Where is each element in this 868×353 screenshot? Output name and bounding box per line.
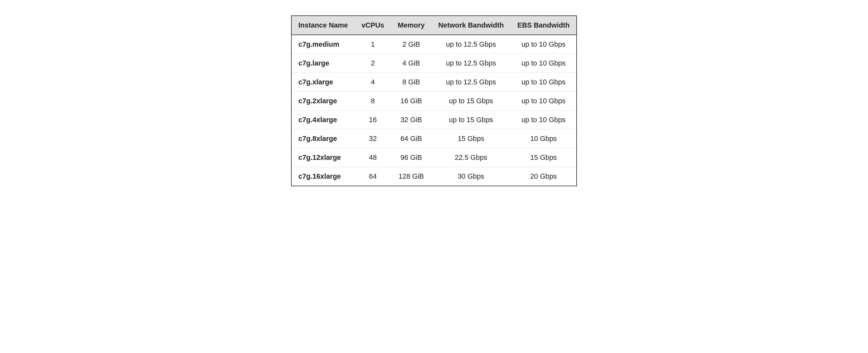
cell-network-bandwidth: up to 12.5 Gbps [431,54,510,73]
cell-ebs-bandwidth: up to 10 Gbps [510,35,577,54]
cell-instance-name: c7g.4xlarge [291,110,355,129]
header-vcpus: vCPUs [355,16,391,35]
table-body: c7g.medium 1 2 GiB up to 12.5 Gbps up to… [291,35,577,186]
header-memory: Memory [391,16,431,35]
table-row: c7g.medium 1 2 GiB up to 12.5 Gbps up to… [291,35,577,54]
cell-vcpus: 32 [355,129,391,148]
cell-ebs-bandwidth: 15 Gbps [510,148,577,167]
table-row: c7g.12xlarge 48 96 GiB 22.5 Gbps 15 Gbps [291,148,577,167]
cell-instance-name: c7g.xlarge [291,73,355,92]
header-ebs-bandwidth: EBS Bandwidth [510,16,577,35]
instance-table-wrapper: Instance Name vCPUs Memory Network Bandw… [291,15,577,186]
table-row: c7g.2xlarge 8 16 GiB up to 15 Gbps up to… [291,92,577,110]
table-row: c7g.8xlarge 32 64 GiB 15 Gbps 10 Gbps [291,129,577,148]
cell-network-bandwidth: up to 12.5 Gbps [431,73,510,92]
cell-memory: 2 GiB [391,35,431,54]
cell-ebs-bandwidth: 20 Gbps [510,167,577,186]
table-row: c7g.large 2 4 GiB up to 12.5 Gbps up to … [291,54,577,73]
cell-instance-name: c7g.12xlarge [291,148,355,167]
cell-memory: 16 GiB [391,92,431,110]
cell-memory: 32 GiB [391,110,431,129]
cell-vcpus: 8 [355,92,391,110]
cell-network-bandwidth: 22.5 Gbps [431,148,510,167]
cell-instance-name: c7g.16xlarge [291,167,355,186]
cell-memory: 96 GiB [391,148,431,167]
table-row: c7g.xlarge 4 8 GiB up to 12.5 Gbps up to… [291,73,577,92]
cell-network-bandwidth: 30 Gbps [431,167,510,186]
cell-instance-name: c7g.8xlarge [291,129,355,148]
cell-vcpus: 16 [355,110,391,129]
cell-vcpus: 48 [355,148,391,167]
header-instance-name: Instance Name [291,16,355,35]
cell-memory: 128 GiB [391,167,431,186]
table-header-row: Instance Name vCPUs Memory Network Bandw… [291,16,577,35]
table-row: c7g.16xlarge 64 128 GiB 30 Gbps 20 Gbps [291,167,577,186]
cell-network-bandwidth: up to 15 Gbps [431,110,510,129]
cell-network-bandwidth: up to 12.5 Gbps [431,35,510,54]
cell-instance-name: c7g.large [291,54,355,73]
instance-table: Instance Name vCPUs Memory Network Bandw… [291,16,577,186]
cell-network-bandwidth: 15 Gbps [431,129,510,148]
cell-ebs-bandwidth: up to 10 Gbps [510,110,577,129]
cell-vcpus: 1 [355,35,391,54]
cell-vcpus: 4 [355,73,391,92]
cell-ebs-bandwidth: up to 10 Gbps [510,73,577,92]
header-network-bandwidth: Network Bandwidth [431,16,510,35]
cell-vcpus: 2 [355,54,391,73]
cell-ebs-bandwidth: 10 Gbps [510,129,577,148]
cell-network-bandwidth: up to 15 Gbps [431,92,510,110]
cell-vcpus: 64 [355,167,391,186]
cell-ebs-bandwidth: up to 10 Gbps [510,54,577,73]
cell-instance-name: c7g.2xlarge [291,92,355,110]
table-row: c7g.4xlarge 16 32 GiB up to 15 Gbps up t… [291,110,577,129]
cell-instance-name: c7g.medium [291,35,355,54]
cell-memory: 4 GiB [391,54,431,73]
cell-ebs-bandwidth: up to 10 Gbps [510,92,577,110]
cell-memory: 8 GiB [391,73,431,92]
cell-memory: 64 GiB [391,129,431,148]
